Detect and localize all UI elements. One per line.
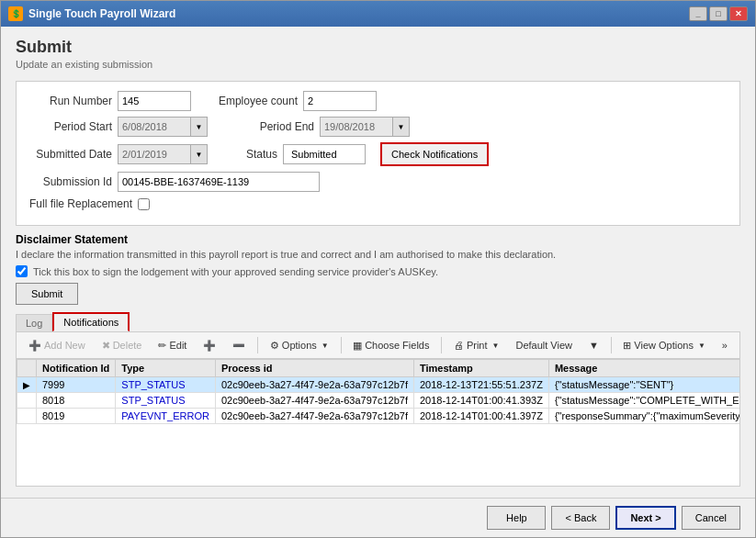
full-file-group: Full file Replacement	[29, 197, 150, 210]
form-row-5: Full file Replacement	[29, 197, 727, 210]
add-icon: ➕	[28, 340, 41, 352]
view-options-button[interactable]: ⊞ View Options ▼	[616, 335, 712, 355]
period-start-label: Period Start	[29, 120, 112, 133]
fields-icon: ▦	[353, 340, 362, 352]
notifications-table: Notification Id Type Process id Timestam…	[17, 359, 739, 424]
col-header-notification-id: Notification Id	[37, 360, 116, 377]
cancel-button[interactable]: Cancel	[682, 506, 740, 530]
cell-process-id: 02c90eeb-3a27-4f47-9e2a-63a797c12b7f	[215, 409, 413, 424]
employee-count-label: Employee count	[206, 95, 298, 107]
cell-process-id: 02c90eeb-3a27-4f47-9e2a-63a797c12b7f	[215, 377, 413, 393]
add-icon-btn[interactable]: ➕	[197, 335, 222, 355]
next-button[interactable]: Next >	[615, 506, 675, 530]
col-header-timestamp: Timestamp	[413, 360, 548, 377]
table-row[interactable]: 8019PAYEVNT_ERROR02c90eeb-3a27-4f47-9e2a…	[17, 409, 740, 424]
row-indicator	[17, 409, 37, 424]
grid-header-row: Notification Id Type Process id Timestam…	[17, 360, 740, 377]
status-label: Status	[222, 148, 277, 161]
tabs-header: Log Notifications	[16, 312, 740, 331]
expand-button[interactable]: »	[716, 335, 734, 355]
submission-id-group: Submission Id	[29, 172, 320, 192]
grid-icon: ⊞	[623, 340, 631, 352]
submitted-date-group: Submitted Date ▼	[29, 144, 208, 164]
print-button[interactable]: 🖨 Print ▼	[447, 335, 506, 355]
period-start-field: ▼	[118, 117, 208, 137]
app-icon: 💲	[8, 6, 23, 21]
disclaimer-title: Disclaimer Statement	[16, 233, 740, 246]
form-row-4: Submission Id	[29, 172, 727, 192]
disclaimer-checkbox[interactable]	[16, 265, 28, 277]
cell-message: {"statusMessage":"SENT"}	[548, 377, 739, 393]
form-row-2: Period Start ▼ Period End ▼	[29, 117, 727, 137]
col-header-indicator	[17, 360, 37, 377]
notifications-panel: ➕ Add New ✖ Delete ✏ Edit ➕	[16, 331, 740, 487]
choose-fields-button[interactable]: ▦ Choose Fields	[346, 335, 435, 355]
close-button[interactable]: ✕	[729, 6, 748, 21]
cell-id: 7999	[37, 377, 116, 393]
disclaimer-text: I declare the information transmitted in…	[16, 249, 740, 260]
row-indicator	[17, 393, 37, 409]
submitted-date-dropdown[interactable]: ▼	[191, 144, 208, 164]
run-number-label: Run Number	[29, 95, 112, 107]
default-view-button[interactable]: Default View	[509, 335, 579, 355]
cell-type: STP_STATUS	[116, 393, 216, 409]
default-view-dropdown[interactable]: ▼	[582, 335, 605, 355]
edit-button[interactable]: ✏ Edit	[152, 335, 193, 355]
main-window: 💲 Single Touch Payroll Wizard _ □ ✕ Subm…	[0, 0, 756, 538]
period-end-field: ▼	[320, 117, 410, 137]
period-end-group: Period End ▼	[222, 117, 410, 137]
period-start-input[interactable]	[118, 117, 191, 137]
form-row-1: Run Number Employee count	[29, 91, 727, 111]
tab-notifications[interactable]: Notifications	[52, 312, 130, 331]
minus-icon: ➖	[232, 340, 245, 352]
print-icon: 🖨	[454, 340, 464, 351]
back-button[interactable]: < Back	[551, 506, 610, 530]
col-header-message: Message	[548, 360, 739, 377]
help-button[interactable]: Help	[487, 506, 546, 530]
cell-id: 8018	[37, 393, 116, 409]
window-title: Single Touch Payroll Wizard	[28, 7, 175, 20]
title-bar-left: 💲 Single Touch Payroll Wizard	[8, 6, 175, 21]
footer: Help < Back Next > Cancel	[1, 498, 755, 537]
submit-button[interactable]: Submit	[16, 283, 78, 305]
options-arrow: ▼	[322, 342, 329, 350]
print-arrow: ▼	[492, 342, 500, 350]
plus-icon: ➕	[203, 340, 216, 352]
submitted-date-field: ▼	[118, 144, 208, 164]
view-options-arrow: ▼	[698, 342, 705, 350]
table-row[interactable]: 8018STP_STATUS02c90eeb-3a27-4f47-9e2a-63…	[17, 393, 740, 409]
run-number-input[interactable]	[118, 91, 191, 111]
delete-button[interactable]: ✖ Delete	[96, 335, 149, 355]
full-file-checkbox[interactable]	[138, 198, 150, 210]
title-bar-controls: _ □ ✕	[689, 6, 748, 21]
submitted-date-label: Submitted Date	[29, 148, 112, 161]
status-value: Submitted	[283, 144, 366, 164]
full-file-label: Full file Replacement	[29, 197, 132, 210]
table-row[interactable]: ▶7999STP_STATUS02c90eeb-3a27-4f47-9e2a-6…	[17, 377, 740, 393]
check-notifications-button[interactable]: Check Notifications	[380, 142, 489, 166]
options-button[interactable]: ⚙ Options ▼	[264, 335, 335, 355]
period-end-input[interactable]	[320, 117, 393, 137]
cell-type: STP_STATUS	[116, 377, 216, 393]
page-title: Submit	[16, 38, 740, 57]
content-area: Submit Update an existing submission Run…	[1, 27, 755, 498]
period-start-dropdown[interactable]: ▼	[191, 117, 208, 137]
employee-count-input[interactable]	[303, 91, 377, 111]
submitted-date-input[interactable]	[118, 144, 191, 164]
disclaimer-check-group: Tick this box to sign the lodgement with…	[16, 265, 740, 277]
disclaimer-check-label: Tick this box to sign the lodgement with…	[33, 266, 438, 277]
form-section: Run Number Employee count Period Start ▼	[16, 81, 740, 226]
run-number-group: Run Number	[29, 91, 191, 111]
minus-icon-btn[interactable]: ➖	[226, 335, 252, 355]
period-end-dropdown[interactable]: ▼	[393, 117, 410, 137]
minimize-button[interactable]: _	[689, 6, 707, 21]
cell-id: 8019	[37, 409, 116, 424]
cell-type: PAYEVNT_ERROR	[116, 409, 216, 424]
maximize-button[interactable]: □	[709, 6, 728, 21]
tab-log[interactable]: Log	[16, 314, 52, 331]
period-end-label: Period End	[222, 120, 314, 133]
cell-timestamp: 2018-12-14T01:00:41.397Z	[413, 409, 548, 424]
add-new-button[interactable]: ➕ Add New	[22, 335, 92, 355]
submission-id-input[interactable]	[118, 172, 320, 192]
grid-toolbar: ➕ Add New ✖ Delete ✏ Edit ➕	[17, 332, 739, 359]
